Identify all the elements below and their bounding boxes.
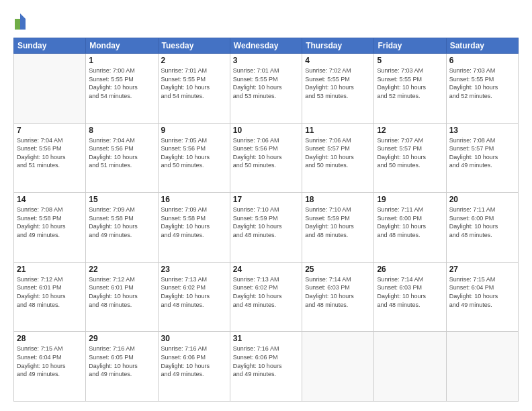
calendar-cell: 26Sunrise: 7:14 AM Sunset: 6:03 PM Dayli…: [374, 262, 446, 332]
weekday-header-monday: Monday: [86, 38, 158, 54]
week-row-2: 7Sunrise: 7:04 AM Sunset: 5:56 PM Daylig…: [14, 123, 519, 193]
svg-marker-1: [20, 19, 26, 30]
calendar-cell: [446, 332, 518, 402]
day-info: Sunrise: 7:07 AM Sunset: 5:57 PM Dayligh…: [377, 136, 443, 170]
day-number: 12: [377, 126, 443, 135]
day-number: 28: [17, 334, 83, 343]
day-number: 31: [233, 334, 299, 343]
day-info: Sunrise: 7:03 AM Sunset: 5:55 PM Dayligh…: [449, 66, 515, 100]
calendar-cell: 13Sunrise: 7:08 AM Sunset: 5:57 PM Dayli…: [446, 123, 518, 193]
calendar-cell: [374, 332, 446, 402]
calendar-cell: [14, 54, 86, 124]
day-info: Sunrise: 7:10 AM Sunset: 5:59 PM Dayligh…: [233, 205, 299, 239]
day-info: Sunrise: 7:13 AM Sunset: 6:02 PM Dayligh…: [161, 275, 227, 309]
day-number: 29: [89, 334, 154, 343]
day-number: 14: [17, 195, 83, 204]
day-info: Sunrise: 7:14 AM Sunset: 6:03 PM Dayligh…: [377, 275, 443, 309]
day-number: 13: [449, 126, 515, 135]
calendar-cell: 1Sunrise: 7:00 AM Sunset: 5:55 PM Daylig…: [86, 54, 158, 124]
day-info: Sunrise: 7:01 AM Sunset: 5:55 PM Dayligh…: [233, 66, 299, 100]
calendar-cell: 10Sunrise: 7:06 AM Sunset: 5:56 PM Dayli…: [230, 123, 302, 193]
calendar-cell: [302, 332, 374, 402]
calendar-cell: 17Sunrise: 7:10 AM Sunset: 5:59 PM Dayli…: [230, 193, 302, 263]
day-info: Sunrise: 7:15 AM Sunset: 6:04 PM Dayligh…: [17, 345, 83, 378]
calendar-cell: 15Sunrise: 7:09 AM Sunset: 5:58 PM Dayli…: [86, 193, 158, 263]
day-info: Sunrise: 7:09 AM Sunset: 5:58 PM Dayligh…: [161, 205, 227, 239]
svg-marker-0: [20, 13, 26, 19]
day-number: 2: [161, 56, 227, 65]
weekday-header-wednesday: Wednesday: [230, 38, 302, 54]
calendar-cell: 21Sunrise: 7:12 AM Sunset: 6:01 PM Dayli…: [14, 262, 86, 332]
day-number: 6: [449, 56, 515, 65]
day-info: Sunrise: 7:15 AM Sunset: 6:04 PM Dayligh…: [449, 275, 515, 309]
day-info: Sunrise: 7:09 AM Sunset: 5:58 PM Dayligh…: [89, 205, 154, 239]
calendar-cell: 25Sunrise: 7:14 AM Sunset: 6:03 PM Dayli…: [302, 262, 374, 332]
day-info: Sunrise: 7:08 AM Sunset: 5:58 PM Dayligh…: [17, 205, 83, 239]
day-number: 10: [233, 126, 299, 135]
day-info: Sunrise: 7:08 AM Sunset: 5:57 PM Dayligh…: [449, 136, 515, 170]
calendar-cell: 30Sunrise: 7:16 AM Sunset: 6:06 PM Dayli…: [158, 332, 230, 402]
day-info: Sunrise: 7:12 AM Sunset: 6:01 PM Dayligh…: [17, 275, 83, 309]
calendar-cell: 6Sunrise: 7:03 AM Sunset: 5:55 PM Daylig…: [446, 54, 518, 124]
weekday-header-saturday: Saturday: [446, 38, 518, 54]
calendar-cell: 3Sunrise: 7:01 AM Sunset: 5:55 PM Daylig…: [230, 54, 302, 124]
day-number: 7: [17, 126, 83, 135]
weekday-header-thursday: Thursday: [302, 38, 374, 54]
week-row-3: 14Sunrise: 7:08 AM Sunset: 5:58 PM Dayli…: [14, 193, 519, 263]
day-info: Sunrise: 7:04 AM Sunset: 5:56 PM Dayligh…: [89, 136, 154, 170]
day-info: Sunrise: 7:00 AM Sunset: 5:55 PM Dayligh…: [89, 66, 154, 100]
day-number: 1: [89, 56, 154, 65]
calendar-cell: 5Sunrise: 7:03 AM Sunset: 5:55 PM Daylig…: [374, 54, 446, 124]
calendar-cell: 4Sunrise: 7:02 AM Sunset: 5:55 PM Daylig…: [302, 54, 374, 124]
day-number: 11: [305, 126, 371, 135]
day-number: 5: [377, 56, 443, 65]
day-info: Sunrise: 7:12 AM Sunset: 6:01 PM Dayligh…: [89, 275, 154, 309]
weekday-header-row: SundayMondayTuesdayWednesdayThursdayFrid…: [14, 38, 519, 54]
calendar-cell: 27Sunrise: 7:15 AM Sunset: 6:04 PM Dayli…: [446, 262, 518, 332]
weekday-header-friday: Friday: [374, 38, 446, 54]
logo: [13, 12, 30, 31]
day-info: Sunrise: 7:16 AM Sunset: 6:05 PM Dayligh…: [89, 345, 154, 378]
calendar-cell: 2Sunrise: 7:01 AM Sunset: 5:55 PM Daylig…: [158, 54, 230, 124]
day-info: Sunrise: 7:06 AM Sunset: 5:56 PM Dayligh…: [233, 136, 299, 170]
day-number: 27: [449, 265, 515, 274]
logo-icon: [13, 12, 27, 31]
calendar-cell: 12Sunrise: 7:07 AM Sunset: 5:57 PM Dayli…: [374, 123, 446, 193]
day-number: 26: [377, 265, 443, 274]
header: [13, 12, 519, 31]
day-info: Sunrise: 7:13 AM Sunset: 6:02 PM Dayligh…: [233, 275, 299, 309]
calendar-cell: 31Sunrise: 7:16 AM Sunset: 6:06 PM Dayli…: [230, 332, 302, 402]
weekday-header-sunday: Sunday: [14, 38, 86, 54]
day-number: 18: [305, 195, 371, 204]
calendar-cell: 18Sunrise: 7:10 AM Sunset: 5:59 PM Dayli…: [302, 193, 374, 263]
day-number: 25: [305, 265, 371, 274]
day-number: 15: [89, 195, 154, 204]
week-row-4: 21Sunrise: 7:12 AM Sunset: 6:01 PM Dayli…: [14, 262, 519, 332]
day-number: 8: [89, 126, 154, 135]
day-info: Sunrise: 7:02 AM Sunset: 5:55 PM Dayligh…: [305, 66, 371, 100]
day-number: 19: [377, 195, 443, 204]
svg-marker-2: [15, 19, 20, 30]
day-info: Sunrise: 7:11 AM Sunset: 6:00 PM Dayligh…: [377, 205, 443, 239]
weekday-header-tuesday: Tuesday: [158, 38, 230, 54]
day-info: Sunrise: 7:03 AM Sunset: 5:55 PM Dayligh…: [377, 66, 443, 100]
day-number: 23: [161, 265, 227, 274]
calendar-cell: 24Sunrise: 7:13 AM Sunset: 6:02 PM Dayli…: [230, 262, 302, 332]
calendar-cell: 8Sunrise: 7:04 AM Sunset: 5:56 PM Daylig…: [86, 123, 158, 193]
day-number: 17: [233, 195, 299, 204]
day-number: 9: [161, 126, 227, 135]
calendar-cell: 23Sunrise: 7:13 AM Sunset: 6:02 PM Dayli…: [158, 262, 230, 332]
day-info: Sunrise: 7:11 AM Sunset: 6:00 PM Dayligh…: [449, 205, 515, 239]
day-number: 4: [305, 56, 371, 65]
day-number: 30: [161, 334, 227, 343]
calendar-cell: 28Sunrise: 7:15 AM Sunset: 6:04 PM Dayli…: [14, 332, 86, 402]
day-number: 3: [233, 56, 299, 65]
calendar-cell: 16Sunrise: 7:09 AM Sunset: 5:58 PM Dayli…: [158, 193, 230, 263]
day-number: 20: [449, 195, 515, 204]
calendar-cell: 14Sunrise: 7:08 AM Sunset: 5:58 PM Dayli…: [14, 193, 86, 263]
day-info: Sunrise: 7:04 AM Sunset: 5:56 PM Dayligh…: [17, 136, 83, 170]
day-info: Sunrise: 7:14 AM Sunset: 6:03 PM Dayligh…: [305, 275, 371, 309]
day-number: 16: [161, 195, 227, 204]
calendar-cell: 11Sunrise: 7:06 AM Sunset: 5:57 PM Dayli…: [302, 123, 374, 193]
week-row-1: 1Sunrise: 7:00 AM Sunset: 5:55 PM Daylig…: [14, 54, 519, 124]
